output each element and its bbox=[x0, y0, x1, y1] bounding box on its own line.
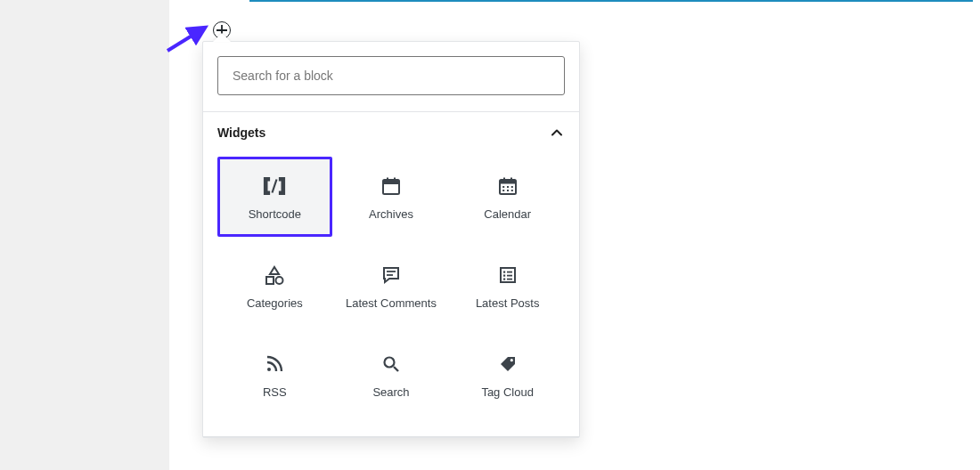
block-calendar[interactable]: Calendar bbox=[450, 157, 565, 237]
calendar-icon bbox=[498, 174, 518, 199]
svg-point-27 bbox=[384, 357, 394, 367]
svg-rect-13 bbox=[507, 190, 509, 191]
block-label: Search bbox=[372, 385, 409, 399]
block-label: Latest Comments bbox=[346, 296, 437, 310]
svg-rect-14 bbox=[510, 190, 512, 191]
chevron-up-icon bbox=[549, 125, 565, 141]
svg-rect-6 bbox=[500, 180, 516, 184]
search-icon bbox=[381, 352, 401, 377]
block-search[interactable]: Search bbox=[334, 335, 449, 415]
rss-icon bbox=[265, 352, 284, 377]
block-label: RSS bbox=[263, 385, 287, 399]
svg-rect-15 bbox=[266, 277, 274, 284]
block-inserter-popover: Widgets Shortcode Archives bbox=[202, 41, 580, 438]
search-input[interactable] bbox=[217, 56, 565, 95]
block-categories[interactable]: Categories bbox=[217, 246, 332, 326]
block-latest-posts[interactable]: Latest Posts bbox=[450, 246, 565, 326]
block-label: Latest Posts bbox=[476, 296, 540, 310]
block-label: Categories bbox=[247, 296, 303, 310]
block-label: Calendar bbox=[484, 207, 531, 221]
svg-rect-2 bbox=[383, 180, 399, 184]
block-grid: Shortcode Archives Calendar Categories bbox=[217, 155, 565, 436]
svg-rect-24 bbox=[503, 278, 505, 280]
tag-icon bbox=[498, 352, 518, 377]
block-latest-comments[interactable]: Latest Comments bbox=[334, 246, 449, 326]
block-label: Shortcode bbox=[249, 207, 301, 221]
svg-rect-3 bbox=[387, 177, 388, 181]
svg-point-26 bbox=[267, 368, 271, 371]
block-rss[interactable]: RSS bbox=[217, 335, 332, 415]
popover-caret bbox=[213, 33, 231, 42]
svg-rect-4 bbox=[394, 177, 396, 181]
comments-icon bbox=[381, 263, 401, 288]
svg-rect-9 bbox=[502, 186, 504, 188]
svg-line-28 bbox=[394, 367, 398, 371]
svg-rect-10 bbox=[507, 186, 509, 188]
block-archives[interactable]: Archives bbox=[334, 157, 449, 237]
svg-rect-7 bbox=[503, 177, 505, 181]
block-shortcode[interactable]: Shortcode bbox=[217, 157, 332, 237]
svg-rect-20 bbox=[503, 271, 505, 272]
svg-rect-12 bbox=[502, 190, 504, 191]
block-label: Tag Cloud bbox=[481, 385, 534, 399]
svg-rect-22 bbox=[503, 274, 505, 276]
svg-rect-11 bbox=[510, 186, 512, 188]
svg-rect-8 bbox=[510, 177, 512, 181]
categories-icon bbox=[264, 263, 285, 288]
svg-point-29 bbox=[510, 359, 512, 361]
section-toggle-widgets[interactable]: Widgets bbox=[217, 112, 565, 155]
archives-icon bbox=[381, 174, 401, 199]
posts-icon bbox=[498, 263, 518, 288]
accent-bar bbox=[249, 0, 973, 2]
section-title: Widgets bbox=[217, 126, 265, 140]
divider bbox=[203, 436, 579, 437]
block-tag-cloud[interactable]: Tag Cloud bbox=[450, 335, 565, 415]
shortcode-icon bbox=[263, 174, 286, 199]
block-label: Archives bbox=[369, 207, 413, 221]
svg-point-16 bbox=[276, 277, 283, 284]
